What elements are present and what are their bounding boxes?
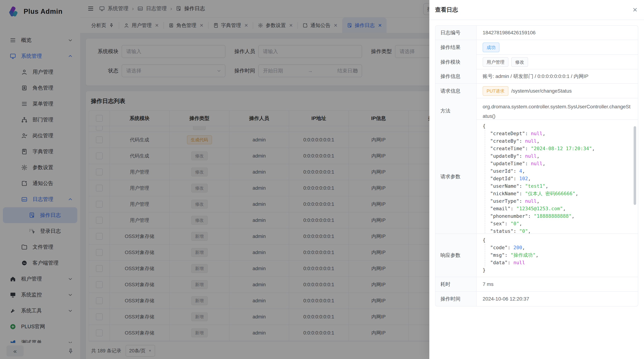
detail-tag: 修改: [511, 57, 528, 67]
detail-value: 7 ms: [476, 277, 638, 291]
detail-value: {"createDept": null,"createBy": null,"cr…: [476, 120, 638, 234]
modal-overlay[interactable]: [0, 0, 429, 359]
detail-label: 请求参数: [436, 120, 476, 234]
detail-text: /system/user/changeStatus: [511, 88, 572, 94]
json-viewer: {"createDept": null,"createBy": null,"cr…: [483, 122, 632, 234]
detail-value: 账号: admin / 研发部门 / 0:0:0:0:0:0:0:1 / 内网I…: [476, 69, 638, 83]
detail-row-请求参数: 请求参数{"createDept": null,"createBy": null…: [436, 120, 638, 234]
detail-value: 成功: [476, 40, 638, 55]
detail-tag: PUT请求: [483, 86, 508, 96]
detail-label: 操作模块: [436, 55, 476, 69]
log-detail-drawer: 查看日志 ✕ 日志编号1842781986426159106操作结果成功操作模块…: [429, 0, 644, 359]
detail-label: 日志编号: [436, 26, 476, 40]
json-viewer: {"code": 200,"msg": "操作成功","data": null}: [483, 236, 632, 274]
detail-value: {"code": 200,"msg": "操作成功","data": null}: [476, 234, 638, 277]
detail-row-操作结果: 操作结果成功: [436, 40, 638, 55]
detail-label: 响应参数: [436, 234, 476, 277]
detail-label: 操作信息: [436, 69, 476, 83]
detail-row-耗时: 耗时7 ms: [436, 277, 638, 292]
detail-row-操作时间: 操作时间2024-10-06 12:20:37: [436, 292, 638, 306]
detail-row-方法: 方法org.dromara.system.controller.system.S…: [436, 98, 638, 120]
detail-row-操作信息: 操作信息账号: admin / 研发部门 / 0:0:0:0:0:0:0:1 /…: [436, 69, 638, 84]
detail-tag: 成功: [483, 42, 500, 52]
drawer-title: 查看日志: [435, 6, 458, 14]
detail-value: 1842781986426159106: [476, 26, 638, 40]
detail-tag: 用户管理: [483, 57, 508, 67]
detail-label: 操作时间: [436, 292, 476, 306]
detail-row-操作模块: 操作模块用户管理修改: [436, 55, 638, 69]
drawer-body: 日志编号1842781986426159106操作结果成功操作模块用户管理修改操…: [429, 20, 644, 312]
detail-value: PUT请求/system/user/changeStatus: [476, 84, 638, 98]
detail-value: 用户管理修改: [476, 55, 638, 69]
detail-row-请求信息: 请求信息PUT请求/system/user/changeStatus: [436, 84, 638, 98]
detail-label: 耗时: [436, 277, 476, 291]
close-icon[interactable]: ✕: [632, 7, 638, 13]
detail-label: 请求信息: [436, 84, 476, 98]
detail-row-响应参数: 响应参数{"code": 200,"msg": "操作成功","data": n…: [436, 234, 638, 277]
detail-row-日志编号: 日志编号1842781986426159106: [436, 26, 638, 40]
detail-label: 操作结果: [436, 40, 476, 55]
drawer-header: 查看日志 ✕: [429, 0, 644, 20]
log-detail-table: 日志编号1842781986426159106操作结果成功操作模块用户管理修改操…: [435, 25, 638, 307]
detail-value: 2024-10-06 12:20:37: [476, 292, 638, 306]
app-window: Plus Admin 概览系统管理用户管理角色管理菜单管理部门管理岗位管理字典管…: [0, 0, 644, 359]
scrollbar-thumb[interactable]: [634, 126, 636, 205]
